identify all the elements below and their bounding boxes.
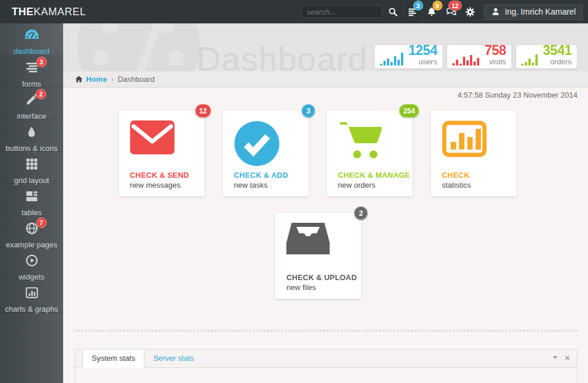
messages-card-badge: 12	[195, 104, 211, 118]
card-subtitle: new orders	[338, 181, 407, 189]
shortcut-cards-row-2: CHECK & UPLOAD new files 2	[75, 213, 577, 299]
sidebar-item-label: dashboard	[0, 47, 63, 56]
main-content: Dashboard 1254 users 758 visits 3541	[63, 23, 588, 383]
messages-card[interactable]: CHECK & SEND new messages 12	[119, 111, 205, 196]
sidebar-item-tables[interactable]: tables	[0, 184, 63, 216]
sidebar-item-interface[interactable]: 2 interface	[0, 88, 63, 120]
user-icon	[491, 7, 500, 16]
users-label: users	[409, 58, 437, 65]
sidebar-item-label: forms	[0, 80, 63, 88]
visits-count: 758	[485, 44, 506, 57]
form-lines-icon: 3	[25, 60, 39, 76]
globe-icon: 7	[25, 221, 39, 237]
sidebar-item-buttons-icons[interactable]: buttons & icons	[0, 120, 63, 152]
statistics-chart-icon	[442, 120, 511, 171]
stats-panel-content	[75, 368, 577, 383]
dotted-divider	[75, 330, 577, 332]
sidebar-item-example-pages[interactable]: 7 example pages	[0, 216, 63, 249]
droplet-icon	[25, 125, 38, 140]
card-title: CHECK & UPLOAD	[286, 273, 355, 282]
stats-panel: System stats Server stats ×	[75, 349, 577, 383]
breadcrumb: Home › Dashboard	[63, 71, 588, 88]
card-subtitle: new messages	[130, 181, 199, 189]
messages-menu-button[interactable]: 3	[403, 0, 422, 23]
app-logo[interactable]: THEKAMAREL	[0, 6, 86, 18]
sidebar-item-grid-layout[interactable]: grid layout	[0, 152, 63, 184]
sidebar-item-label: widgets	[0, 272, 63, 281]
gauge-watermark-icon	[74, 23, 203, 71]
example-pages-count-badge: 7	[36, 218, 47, 228]
sidebar-item-label: interface	[0, 112, 63, 120]
card-title: CHECK & ADD	[234, 171, 303, 180]
visits-label: visits	[485, 58, 506, 65]
search-input[interactable]	[302, 5, 382, 18]
sidebar-nav: dashboard 3 forms 2 interface buttons & …	[0, 23, 63, 383]
sidebar-item-label: charts & graphs	[0, 305, 63, 313]
settings-button[interactable]	[461, 0, 480, 23]
upload-card-badge: 2	[354, 206, 368, 220]
close-panel-icon[interactable]: ×	[565, 353, 570, 362]
sidebar-item-label: tables	[0, 208, 63, 217]
search-icon	[388, 6, 399, 18]
logo-light-text: KAMAREL	[34, 6, 87, 18]
card-subtitle: new tasks	[234, 181, 303, 189]
sidebar-item-label: example pages	[0, 240, 63, 249]
shopping-cart-icon	[338, 120, 407, 171]
users-mini-bar-chart	[380, 50, 403, 65]
home-icon	[75, 75, 83, 83]
search-button[interactable]	[383, 0, 403, 23]
gear-icon	[465, 6, 476, 18]
clock-datetime: 4:57:58 Sunday 23 November 2014	[75, 91, 577, 99]
chat-button[interactable]: 12	[441, 0, 461, 23]
messages-count-badge: 3	[413, 1, 423, 11]
card-subtitle: statistics	[442, 181, 511, 189]
breadcrumb-separator: ›	[111, 75, 113, 84]
user-menu[interactable]: Ing. Imrich Kamarel	[484, 4, 583, 20]
table-blocks-icon	[25, 189, 39, 205]
visits-stat-box[interactable]: 758 visits	[447, 44, 512, 69]
inbox-tray-icon	[286, 223, 355, 273]
orders-label: orders	[543, 58, 572, 65]
tab-system-stats[interactable]: System stats	[82, 349, 144, 368]
check-circle-icon	[234, 120, 303, 171]
notifications-button[interactable]: 9	[422, 0, 441, 23]
bar-chart-icon	[25, 285, 39, 301]
orders-mini-bar-chart	[521, 50, 538, 65]
orders-count: 3541	[543, 44, 572, 57]
grid-icon	[25, 157, 39, 172]
shortcut-cards-row: CHECK & SEND new messages 12 CHECK & ADD…	[75, 111, 577, 196]
upload-card[interactable]: CHECK & UPLOAD new files 2	[275, 213, 361, 299]
topbar-actions: 3 9 12 Ing. Imrich Kamarel	[302, 0, 588, 23]
topbar: THEKAMAREL 3 9 12	[0, 0, 588, 23]
card-title: CHECK	[442, 171, 511, 180]
orders-stat-box[interactable]: 3541 orders	[516, 44, 577, 69]
breadcrumb-home-label: Home	[86, 75, 107, 84]
breadcrumb-home-link[interactable]: Home	[75, 75, 107, 84]
dashboard-content: 4:57:58 Sunday 23 November 2014 CHECK & …	[63, 91, 588, 383]
user-name: Ing. Imrich Kamarel	[505, 7, 576, 16]
card-subtitle: new files	[286, 283, 355, 292]
panel-tools: ×	[553, 353, 570, 367]
sidebar-item-forms[interactable]: 3 forms	[0, 56, 63, 88]
users-stat-box[interactable]: 1254 users	[374, 44, 443, 69]
users-count: 1254	[409, 44, 437, 57]
collapse-panel-icon[interactable]	[553, 356, 558, 359]
sidebar-item-dashboard[interactable]: dashboard	[0, 23, 63, 56]
interface-count-badge: 2	[36, 89, 46, 99]
envelope-icon	[130, 120, 199, 171]
sidebar-item-label: grid layout	[0, 176, 63, 185]
orders-card[interactable]: CHECK & MANAGE new orders 254	[327, 111, 413, 196]
tasks-card[interactable]: CHECK & ADD new tasks 3	[223, 111, 309, 196]
play-circle-icon	[25, 253, 39, 269]
sidebar-item-widgets[interactable]: widgets	[0, 249, 63, 281]
tab-server-stats[interactable]: Server stats	[144, 350, 202, 367]
visits-mini-bar-chart	[452, 50, 479, 65]
page-header-band: Dashboard 1254 users 758 visits 3541	[63, 23, 588, 71]
card-title: CHECK & MANAGE	[338, 171, 407, 180]
breadcrumb-current: Dashboard	[117, 75, 155, 84]
sidebar-item-charts-graphs[interactable]: charts & graphs	[0, 281, 63, 313]
pencil-icon: 2	[25, 92, 39, 108]
statistics-card[interactable]: CHECK statistics	[431, 111, 517, 196]
tasks-card-badge: 3	[302, 104, 315, 118]
header-stats: 1254 users 758 visits 3541 orders	[374, 44, 577, 69]
